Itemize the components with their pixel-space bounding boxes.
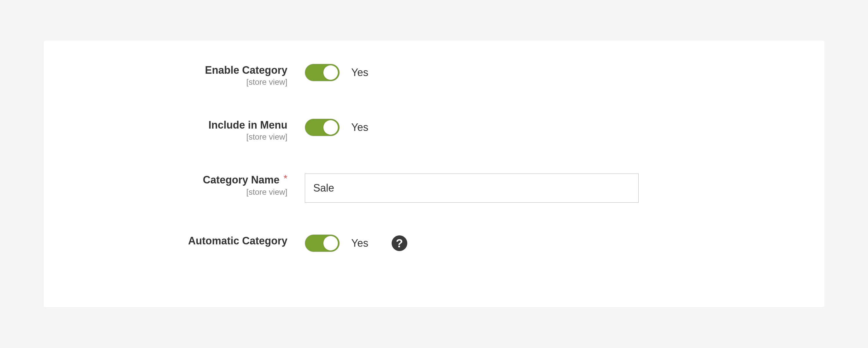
include-in-menu-control: Yes <box>287 119 368 136</box>
help-icon[interactable]: ? <box>392 235 407 251</box>
category-name-row: Category Name * [store view] <box>72 173 796 202</box>
category-name-label-col: Category Name * [store view] <box>72 173 287 196</box>
toggle-knob <box>323 65 338 80</box>
required-asterisk-icon: * <box>284 173 287 183</box>
toggle-knob <box>323 120 338 135</box>
enable-category-label: Enable Category <box>205 64 287 76</box>
include-in-menu-toggle[interactable] <box>305 119 340 136</box>
automatic-category-row: Automatic Category Yes ? <box>72 234 796 252</box>
enable-category-scope: [store view] <box>246 77 287 87</box>
enable-category-value: Yes <box>351 66 368 78</box>
include-in-menu-label-col: Include in Menu [store view] <box>72 119 287 141</box>
include-in-menu-value: Yes <box>351 121 368 133</box>
category-name-scope: [store view] <box>246 188 287 197</box>
automatic-category-label: Automatic Category <box>188 234 287 247</box>
include-in-menu-scope: [store view] <box>246 132 287 141</box>
automatic-category-value: Yes <box>351 237 368 249</box>
category-name-control <box>287 173 639 202</box>
enable-category-control: Yes <box>287 64 368 81</box>
category-form-panel: Enable Category [store view] Yes Include… <box>43 41 825 307</box>
automatic-category-control: Yes ? <box>287 234 407 252</box>
toggle-knob <box>323 236 338 251</box>
automatic-category-toggle[interactable] <box>305 234 340 252</box>
automatic-category-label-col: Automatic Category <box>72 234 287 247</box>
category-name-input[interactable] <box>305 173 639 202</box>
include-in-menu-label: Include in Menu <box>209 119 287 131</box>
category-name-label: Category Name <box>203 173 280 186</box>
enable-category-row: Enable Category [store view] Yes <box>72 64 796 87</box>
enable-category-toggle[interactable] <box>305 64 340 81</box>
include-in-menu-row: Include in Menu [store view] Yes <box>72 119 796 141</box>
enable-category-label-col: Enable Category [store view] <box>72 64 287 87</box>
